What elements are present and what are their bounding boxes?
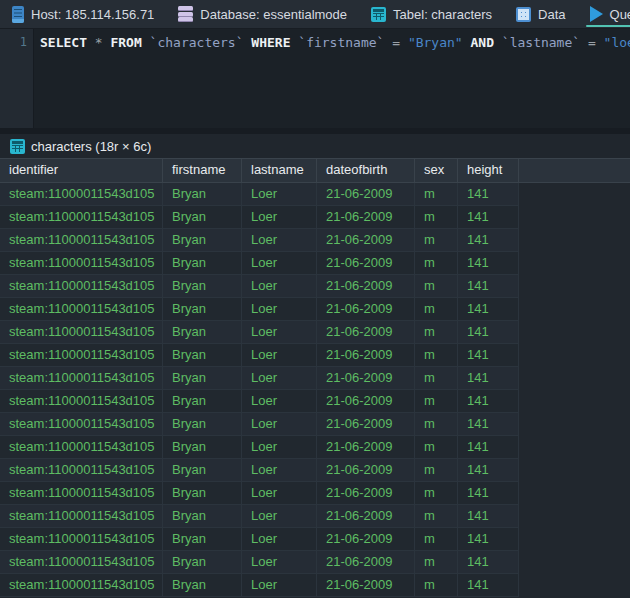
- cell-lastname[interactable]: Loer: [242, 367, 317, 389]
- cell-sex[interactable]: m: [415, 367, 458, 389]
- cell-height[interactable]: 141: [458, 344, 519, 366]
- cell-sex[interactable]: m: [415, 413, 458, 435]
- cell-height[interactable]: 141: [458, 390, 519, 412]
- cell-height[interactable]: 141: [458, 367, 519, 389]
- table-row[interactable]: steam:11000011543d105BryanLoer21-06-2009…: [0, 528, 519, 551]
- cell-sex[interactable]: m: [415, 252, 458, 274]
- cell-height[interactable]: 141: [458, 321, 519, 343]
- cell-dateofbirth[interactable]: 21-06-2009: [317, 436, 415, 458]
- cell-sex[interactable]: m: [415, 298, 458, 320]
- column-header-firstname[interactable]: firstname: [163, 159, 242, 182]
- table-row[interactable]: steam:11000011543d105BryanLoer21-06-2009…: [0, 551, 519, 574]
- table-row[interactable]: steam:11000011543d105BryanLoer21-06-2009…: [0, 183, 519, 206]
- cell-identifier[interactable]: steam:11000011543d105: [0, 574, 163, 596]
- cell-sex[interactable]: m: [415, 206, 458, 228]
- cell-height[interactable]: 141: [458, 528, 519, 550]
- cell-dateofbirth[interactable]: 21-06-2009: [317, 367, 415, 389]
- cell-sex[interactable]: m: [415, 183, 458, 205]
- table-row[interactable]: steam:11000011543d105BryanLoer21-06-2009…: [0, 252, 519, 275]
- cell-dateofbirth[interactable]: 21-06-2009: [317, 229, 415, 251]
- result-tab[interactable]: characters (18r × 6c): [0, 134, 630, 158]
- cell-height[interactable]: 141: [458, 183, 519, 205]
- cell-height[interactable]: 141: [458, 551, 519, 573]
- cell-dateofbirth[interactable]: 21-06-2009: [317, 505, 415, 527]
- cell-identifier[interactable]: steam:11000011543d105: [0, 390, 163, 412]
- cell-sex[interactable]: m: [415, 321, 458, 343]
- table-row[interactable]: steam:11000011543d105BryanLoer21-06-2009…: [0, 298, 519, 321]
- cell-dateofbirth[interactable]: 21-06-2009: [317, 206, 415, 228]
- cell-identifier[interactable]: steam:11000011543d105: [0, 298, 163, 320]
- cell-sex[interactable]: m: [415, 482, 458, 504]
- table-row[interactable]: steam:11000011543d105BryanLoer21-06-2009…: [0, 367, 519, 390]
- cell-height[interactable]: 141: [458, 206, 519, 228]
- cell-sex[interactable]: m: [415, 436, 458, 458]
- cell-height[interactable]: 141: [458, 275, 519, 297]
- cell-lastname[interactable]: Loer: [242, 183, 317, 205]
- table-row[interactable]: steam:11000011543d105BryanLoer21-06-2009…: [0, 206, 519, 229]
- cell-firstname[interactable]: Bryan: [163, 459, 242, 481]
- cell-lastname[interactable]: Loer: [242, 574, 317, 596]
- cell-lastname[interactable]: Loer: [242, 390, 317, 412]
- table-row[interactable]: steam:11000011543d105BryanLoer21-06-2009…: [0, 390, 519, 413]
- cell-identifier[interactable]: steam:11000011543d105: [0, 367, 163, 389]
- cell-lastname[interactable]: Loer: [242, 344, 317, 366]
- cell-height[interactable]: 141: [458, 459, 519, 481]
- cell-firstname[interactable]: Bryan: [163, 183, 242, 205]
- cell-firstname[interactable]: Bryan: [163, 206, 242, 228]
- tab-table[interactable]: Tabel: characters: [359, 0, 504, 28]
- tab-query[interactable]: Query*: [578, 0, 630, 28]
- cell-identifier[interactable]: steam:11000011543d105: [0, 344, 163, 366]
- cell-identifier[interactable]: steam:11000011543d105: [0, 413, 163, 435]
- cell-lastname[interactable]: Loer: [242, 505, 317, 527]
- cell-dateofbirth[interactable]: 21-06-2009: [317, 459, 415, 481]
- cell-lastname[interactable]: Loer: [242, 551, 317, 573]
- cell-firstname[interactable]: Bryan: [163, 574, 242, 596]
- cell-identifier[interactable]: steam:11000011543d105: [0, 183, 163, 205]
- cell-lastname[interactable]: Loer: [242, 528, 317, 550]
- cell-firstname[interactable]: Bryan: [163, 275, 242, 297]
- table-row[interactable]: steam:11000011543d105BryanLoer21-06-2009…: [0, 413, 519, 436]
- cell-identifier[interactable]: steam:11000011543d105: [0, 206, 163, 228]
- table-row[interactable]: steam:11000011543d105BryanLoer21-06-2009…: [0, 574, 519, 597]
- cell-firstname[interactable]: Bryan: [163, 436, 242, 458]
- cell-dateofbirth[interactable]: 21-06-2009: [317, 413, 415, 435]
- cell-lastname[interactable]: Loer: [242, 229, 317, 251]
- cell-sex[interactable]: m: [415, 275, 458, 297]
- cell-identifier[interactable]: steam:11000011543d105: [0, 505, 163, 527]
- cell-identifier[interactable]: steam:11000011543d105: [0, 482, 163, 504]
- cell-firstname[interactable]: Bryan: [163, 482, 242, 504]
- cell-sex[interactable]: m: [415, 505, 458, 527]
- cell-dateofbirth[interactable]: 21-06-2009: [317, 574, 415, 596]
- cell-lastname[interactable]: Loer: [242, 413, 317, 435]
- cell-dateofbirth[interactable]: 21-06-2009: [317, 321, 415, 343]
- cell-sex[interactable]: m: [415, 229, 458, 251]
- cell-identifier[interactable]: steam:11000011543d105: [0, 436, 163, 458]
- table-row[interactable]: steam:11000011543d105BryanLoer21-06-2009…: [0, 436, 519, 459]
- tab-database[interactable]: Database: essentialmode: [166, 0, 359, 28]
- cell-height[interactable]: 141: [458, 436, 519, 458]
- cell-sex[interactable]: m: [415, 390, 458, 412]
- tab-host[interactable]: Host: 185.114.156.71: [0, 0, 166, 28]
- column-header-lastname[interactable]: lastname: [242, 159, 317, 182]
- cell-height[interactable]: 141: [458, 252, 519, 274]
- cell-firstname[interactable]: Bryan: [163, 344, 242, 366]
- table-row[interactable]: steam:11000011543d105BryanLoer21-06-2009…: [0, 344, 519, 367]
- cell-firstname[interactable]: Bryan: [163, 413, 242, 435]
- cell-lastname[interactable]: Loer: [242, 321, 317, 343]
- cell-identifier[interactable]: steam:11000011543d105: [0, 275, 163, 297]
- cell-sex[interactable]: m: [415, 551, 458, 573]
- table-row[interactable]: steam:11000011543d105BryanLoer21-06-2009…: [0, 321, 519, 344]
- cell-identifier[interactable]: steam:11000011543d105: [0, 252, 163, 274]
- cell-height[interactable]: 141: [458, 574, 519, 596]
- cell-lastname[interactable]: Loer: [242, 252, 317, 274]
- table-row[interactable]: steam:11000011543d105BryanLoer21-06-2009…: [0, 505, 519, 528]
- cell-identifier[interactable]: steam:11000011543d105: [0, 528, 163, 550]
- cell-lastname[interactable]: Loer: [242, 275, 317, 297]
- cell-dateofbirth[interactable]: 21-06-2009: [317, 183, 415, 205]
- cell-lastname[interactable]: Loer: [242, 298, 317, 320]
- cell-lastname[interactable]: Loer: [242, 436, 317, 458]
- cell-firstname[interactable]: Bryan: [163, 528, 242, 550]
- cell-sex[interactable]: m: [415, 459, 458, 481]
- cell-firstname[interactable]: Bryan: [163, 505, 242, 527]
- cell-lastname[interactable]: Loer: [242, 459, 317, 481]
